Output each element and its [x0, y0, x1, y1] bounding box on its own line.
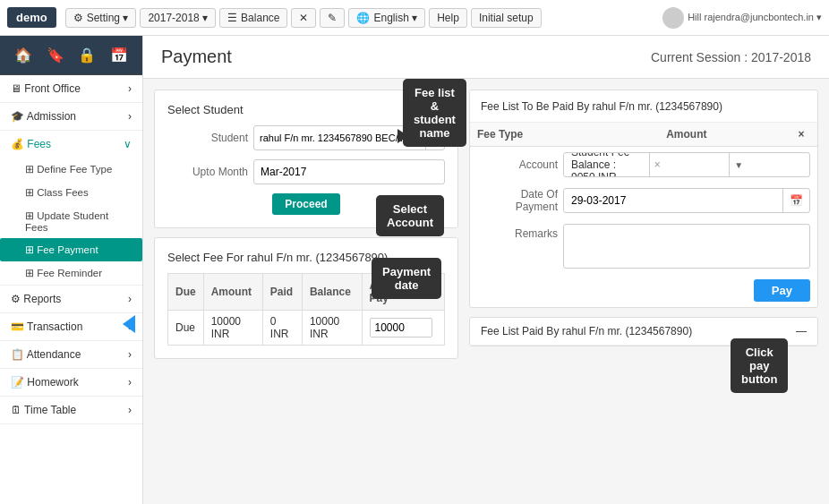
close-btn[interactable]: ✕: [291, 8, 316, 28]
sidebar-item-class-fees[interactable]: ⊞ Class Fees: [0, 181, 142, 204]
account-label: Account: [477, 158, 558, 171]
session-info: Current Session : 2017-2018: [651, 50, 811, 64]
cell-paid: 0 INR: [262, 311, 302, 346]
account-value: Student Fee Balance : 9050 INR: [564, 152, 649, 177]
chevron-down-icon: ∨: [124, 138, 132, 150]
chevron-right-icon: ›: [128, 293, 132, 305]
date-row: Date Of Payment 📅: [470, 183, 817, 218]
calendar-icon[interactable]: 📅: [782, 189, 809, 212]
upto-month-row: Upto Month: [167, 159, 445, 184]
content-area: Payment Current Session : 2017-2018 Sele…: [143, 36, 829, 504]
fee-table-header: Fee Type Amount ×: [470, 123, 817, 147]
account-arrow-icon[interactable]: ▼: [729, 153, 809, 176]
language-btn[interactable]: 🌐 English ▾: [348, 8, 425, 28]
balance-icon: ☰: [227, 12, 237, 24]
sidebar-item-define-fee-type[interactable]: ⊞ Define Fee Type: [0, 158, 142, 181]
amount-header: Amount: [666, 128, 792, 141]
chevron-right-icon: ›: [128, 82, 132, 95]
lock-icon[interactable]: 🔒: [74, 43, 99, 67]
x-header: ×: [792, 128, 810, 141]
paid-collapse-icon[interactable]: —: [796, 325, 807, 337]
date-input-wrap: 📅: [563, 188, 810, 213]
callout-payment-date-text: Paymentdate: [382, 265, 431, 292]
chevron-right-icon: ›: [128, 376, 132, 389]
pencil-icon: ✎: [328, 12, 337, 24]
student-label: Student: [167, 132, 248, 144]
gear-icon: ⚙: [73, 12, 83, 24]
sidebar-item-update-student-fees[interactable]: ⊞ Update Student Fees: [0, 204, 142, 238]
cell-amount-to-pay[interactable]: [362, 311, 444, 346]
remarks-label: Remarks: [477, 224, 558, 269]
col-amount: Amount: [203, 274, 262, 311]
home-icon[interactable]: 🏠: [11, 43, 36, 67]
upto-month-input[interactable]: [253, 159, 445, 184]
col-balance: Balance: [302, 274, 362, 311]
cell-amount: 10000 INR: [203, 311, 262, 346]
balance-btn[interactable]: ☰ Balance: [219, 8, 287, 28]
amount-to-pay-input[interactable]: [370, 318, 432, 337]
pay-button[interactable]: Pay: [754, 279, 810, 302]
user-avatar: [662, 7, 684, 29]
callout-fee-list-text: Fee list &student name: [414, 86, 456, 140]
account-row: Account Student Fee Balance : 9050 INR ×…: [470, 147, 817, 183]
sidebar-item-homework[interactable]: 📝 Homework ›: [0, 369, 142, 396]
remarks-row: Remarks: [470, 218, 817, 274]
callout-select-account-text: SelectAccount: [387, 202, 433, 229]
year-btn[interactable]: 2017-2018 ▾: [140, 8, 216, 28]
fee-payment-arrow-indicator: [123, 315, 135, 333]
date-label: Date Of Payment: [477, 188, 558, 213]
sidebar-item-front-office[interactable]: 🖥 Front Office ›: [0, 75, 142, 102]
initial-setup-btn[interactable]: Initial setup: [471, 8, 542, 28]
date-input[interactable]: [564, 191, 782, 210]
account-select[interactable]: Student Fee Balance : 9050 INR × ▼: [563, 152, 810, 177]
fee-type-header: Fee Type: [477, 128, 666, 141]
chevron-right-icon: ›: [128, 110, 132, 123]
bookmark-icon[interactable]: 🔖: [43, 43, 68, 67]
right-panel: Fee List To Be Paid By rahul F/n mr. (12…: [469, 90, 818, 359]
page-title: Payment: [161, 47, 232, 67]
setting-btn[interactable]: ⚙ Setting ▾: [65, 8, 137, 28]
proceed-button[interactable]: Proceed: [272, 193, 339, 215]
fee-list-card: Fee List To Be Paid By rahul F/n mr. (12…: [469, 90, 818, 308]
upto-month-label: Upto Month: [167, 166, 248, 178]
remarks-input[interactable]: [563, 224, 810, 269]
callout-click-pay-text: Click paybutton: [741, 346, 777, 386]
col-paid: Paid: [262, 274, 302, 311]
close-icon: ✕: [299, 12, 308, 24]
fee-list-title: Fee List To Be Paid By rahul F/n mr. (12…: [481, 100, 722, 113]
sidebar: 🏠 🔖 🔒 📅 🖥 Front Office › 🎓 Admission ›: [0, 36, 143, 504]
table-row: Due 10000 INR 0 INR 10000 INR: [168, 311, 445, 346]
cell-due: Due: [168, 311, 204, 346]
sidebar-item-fees[interactable]: 💰 Fees ∨: [0, 131, 142, 158]
student-input[interactable]: [254, 129, 407, 147]
sidebar-item-admission[interactable]: 🎓 Admission ›: [0, 103, 142, 130]
globe-icon: 🌐: [356, 12, 370, 24]
chevron-right-icon: ›: [128, 348, 132, 361]
edit-btn[interactable]: ✎: [320, 8, 345, 28]
account-clear-icon[interactable]: ×: [649, 153, 730, 176]
sidebar-item-fee-reminder[interactable]: ⊞ Fee Reminder: [0, 261, 142, 285]
sidebar-item-timetable[interactable]: 🗓 Time Table ›: [0, 397, 142, 423]
app-logo: demo: [7, 7, 56, 28]
user-info[interactable]: Hill rajendra@juncbontech.in ▾: [662, 7, 822, 29]
page-header: Payment Current Session : 2017-2018: [143, 36, 829, 79]
pay-row: Pay: [470, 274, 817, 307]
chevron-right-icon: ›: [128, 404, 132, 416]
calendar-icon[interactable]: 📅: [107, 43, 132, 67]
col-due: Due: [168, 274, 204, 311]
sidebar-item-attendance[interactable]: 📋 Attendance ›: [0, 341, 142, 368]
sidebar-item-fee-payment[interactable]: ⊞ Fee Payment: [0, 238, 142, 261]
sidebar-item-reports[interactable]: ⚙ Reports ›: [0, 286, 142, 312]
top-navbar: demo ⚙ Setting ▾ 2017-2018 ▾ ☰ Balance ✕…: [0, 0, 829, 36]
sidebar-item-transaction[interactable]: 💳 Transaction ›: [0, 313, 142, 340]
help-btn[interactable]: Help: [429, 8, 467, 28]
sidebar-icon-bar: 🏠 🔖 🔒 📅: [0, 36, 142, 75]
paid-list-title: Fee List Paid By rahul F/n mr. (12345678…: [481, 325, 692, 337]
cell-balance: 10000 INR: [302, 311, 362, 346]
